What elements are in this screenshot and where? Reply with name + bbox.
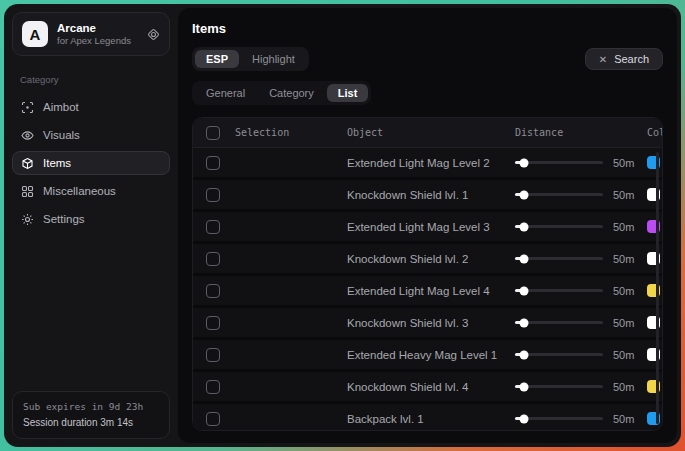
distance-slider[interactable] xyxy=(515,353,603,356)
row-checkbox[interactable] xyxy=(206,220,220,234)
brand-subtitle: for Apex Legends xyxy=(57,35,138,47)
search-button[interactable]: ✕ Search xyxy=(585,48,663,70)
row-checkbox[interactable] xyxy=(206,412,220,426)
distance-slider[interactable] xyxy=(515,225,603,228)
row-distance-value: 50m xyxy=(613,317,634,329)
slider-thumb[interactable] xyxy=(519,254,528,263)
table-row: Extended Light Mag Level 2 50m xyxy=(193,148,662,180)
tab-list[interactable]: List xyxy=(327,84,369,102)
table-body: Extended Light Mag Level 2 50m Knockdown… xyxy=(193,148,662,431)
distance-slider[interactable] xyxy=(515,385,603,388)
sidebar-item-miscellaneous[interactable]: Miscellaneous xyxy=(12,179,170,203)
app-window: A Arcane for Apex Legends Category Aimbo xyxy=(4,4,681,447)
distance-slider[interactable] xyxy=(515,417,603,420)
table-row: Knockdown Shield lvl. 4 50m xyxy=(193,372,662,404)
view-tabs: General Category List xyxy=(192,81,371,105)
brand-logo: A xyxy=(22,21,48,47)
table-scrollbar[interactable] xyxy=(656,152,659,424)
search-button-label: Search xyxy=(614,53,649,65)
row-object-label: Extended Light Mag Level 3 xyxy=(347,221,515,233)
distance-slider[interactable] xyxy=(515,161,603,164)
tab-esp[interactable]: ESP xyxy=(195,50,239,68)
row-checkbox[interactable] xyxy=(206,380,220,394)
category-label: Category xyxy=(20,74,164,85)
slider-thumb[interactable] xyxy=(519,318,528,327)
page-title: Items xyxy=(192,21,663,36)
session-duration-text: Session duration 3m 14s xyxy=(23,415,159,431)
row-object-label: Extended Light Mag Level 2 xyxy=(347,157,515,169)
column-header-distance: Distance xyxy=(515,127,647,138)
sidebar-item-label: Visuals xyxy=(43,129,80,141)
slider-thumb[interactable] xyxy=(519,158,528,167)
gear-icon xyxy=(21,213,34,226)
row-distance-value: 50m xyxy=(613,413,634,425)
slider-thumb[interactable] xyxy=(519,286,528,295)
session-card: Sub expires in 9d 23h Session duration 3… xyxy=(12,391,170,439)
crosshair-icon xyxy=(21,101,34,114)
row-distance-value: 50m xyxy=(613,381,634,393)
table-row: Knockdown Shield lvl. 2 50m xyxy=(193,244,662,276)
distance-slider[interactable] xyxy=(515,193,603,196)
table-row: Knockdown Shield lvl. 3 50m xyxy=(193,308,662,340)
row-object-label: Extended Heavy Mag Level 1 xyxy=(347,349,515,361)
row-checkbox[interactable] xyxy=(206,316,220,330)
sidebar-item-visuals[interactable]: Visuals xyxy=(12,123,170,147)
row-distance-value: 50m xyxy=(613,221,634,233)
row-distance-value: 50m xyxy=(613,349,634,361)
slider-thumb[interactable] xyxy=(519,382,528,391)
tab-category[interactable]: Category xyxy=(258,84,325,102)
column-header-selection: Selection xyxy=(235,127,347,138)
sidebar-item-label: Items xyxy=(43,157,71,169)
row-checkbox[interactable] xyxy=(206,284,220,298)
select-all-checkbox[interactable] xyxy=(206,126,220,140)
table-row: Backpack lvl. 1 50m xyxy=(193,404,662,431)
row-checkbox[interactable] xyxy=(206,252,220,266)
grid-icon xyxy=(21,185,34,198)
row-distance-value: 50m xyxy=(613,189,634,201)
table-row: Knockdown Shield lvl. 1 50m xyxy=(193,180,662,212)
slider-thumb[interactable] xyxy=(519,222,528,231)
row-distance-value: 50m xyxy=(613,157,634,169)
main-panel: Items ESP Highlight ✕ Search General Cat… xyxy=(178,8,677,443)
search-icon: ✕ xyxy=(599,54,607,65)
row-checkbox[interactable] xyxy=(206,188,220,202)
mode-tabs: ESP Highlight xyxy=(192,47,309,71)
items-table: Selection Object Distance Color Extended… xyxy=(192,117,663,431)
sidebar-item-settings[interactable]: Settings xyxy=(12,207,170,231)
table-row: Extended Light Mag Level 4 50m xyxy=(193,276,662,308)
sidebar-item-items[interactable]: Items xyxy=(12,151,170,175)
row-object-label: Knockdown Shield lvl. 1 xyxy=(347,189,515,201)
slider-thumb[interactable] xyxy=(519,350,528,359)
tab-highlight[interactable]: Highlight xyxy=(241,50,306,68)
sidebar-item-aimbot[interactable]: Aimbot xyxy=(12,95,170,119)
distance-slider[interactable] xyxy=(515,321,603,324)
row-object-label: Backpack lvl. 1 xyxy=(347,413,515,425)
brand-card: A Arcane for Apex Legends xyxy=(12,12,170,56)
compass-icon[interactable] xyxy=(147,28,160,41)
row-object-label: Knockdown Shield lvl. 4 xyxy=(347,381,515,393)
row-distance-value: 50m xyxy=(613,253,634,265)
package-icon xyxy=(21,157,34,170)
row-distance-value: 50m xyxy=(613,285,634,297)
sub-expiry-text: Sub expires in 9d 23h xyxy=(23,400,159,415)
slider-thumb[interactable] xyxy=(519,414,528,423)
distance-slider[interactable] xyxy=(515,289,603,292)
row-checkbox[interactable] xyxy=(206,156,220,170)
sidebar-item-label: Miscellaneous xyxy=(43,185,116,197)
row-object-label: Extended Light Mag Level 4 xyxy=(347,285,515,297)
column-header-color: Color xyxy=(647,127,663,138)
table-row: Extended Heavy Mag Level 1 50m xyxy=(193,340,662,372)
row-object-label: Knockdown Shield lvl. 3 xyxy=(347,317,515,329)
brand-title: Arcane xyxy=(57,21,138,35)
sidebar-item-label: Aimbot xyxy=(43,101,79,113)
row-object-label: Knockdown Shield lvl. 2 xyxy=(347,253,515,265)
column-header-object: Object xyxy=(347,127,515,138)
table-header-row: Selection Object Distance Color xyxy=(193,118,662,148)
tab-general[interactable]: General xyxy=(195,84,256,102)
slider-thumb[interactable] xyxy=(519,190,528,199)
distance-slider[interactable] xyxy=(515,257,603,260)
sidebar-item-label: Settings xyxy=(43,213,85,225)
eye-icon xyxy=(21,129,34,142)
sidebar: A Arcane for Apex Legends Category Aimbo xyxy=(4,4,178,447)
row-checkbox[interactable] xyxy=(206,348,220,362)
